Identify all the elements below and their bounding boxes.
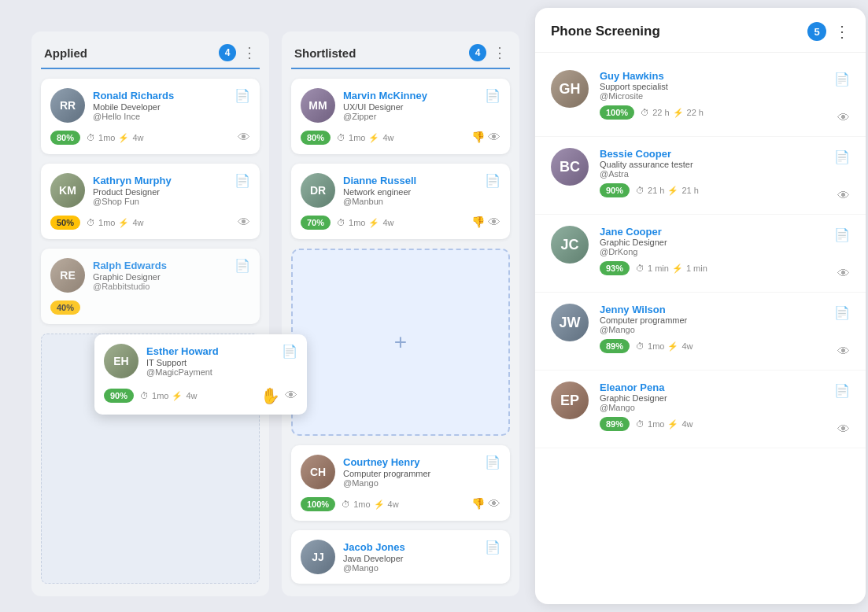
panel-item-guy[interactable]: GH Guy Hawkins Support specialist @Micro… xyxy=(535,59,866,137)
avatar-marvin: MM xyxy=(301,88,335,123)
panel-percent-bessie: 90% xyxy=(600,183,630,197)
eye-icon-dianne[interactable]: 👁 xyxy=(488,216,500,230)
name-jacob: Jacob Jones xyxy=(343,541,405,553)
panel-company-eleanor: @Mango xyxy=(600,403,823,412)
name-kathryn: Kathryn Murphy xyxy=(93,175,172,186)
thumbdown-marvin[interactable]: 👎 xyxy=(471,131,485,145)
drag-cursor-esther[interactable]: ✋ xyxy=(260,386,280,405)
column-applied: Applied 4 ⋮ RR Ronald Richards Mobile D xyxy=(31,31,269,596)
panel-name-bessie: Bessie Cooper xyxy=(600,148,823,160)
panel-doc-bessie: 📄 xyxy=(834,149,850,164)
card-courtney-henry[interactable]: CH Courtney Henry Computer programmer @M… xyxy=(291,445,510,521)
panel-eye-bessie[interactable]: 👁 xyxy=(837,189,850,203)
panel-title: Phone Screening xyxy=(551,24,660,39)
panel-doc-jane: 📄 xyxy=(834,227,850,242)
name-esther: Esther Howard xyxy=(146,345,219,357)
panel-role-guy: Support specialist xyxy=(600,82,823,91)
company-kathryn: @Shop Fun xyxy=(93,197,172,206)
panel-percent-jane: 93% xyxy=(600,261,630,275)
panel-avatar-bessie: BC xyxy=(551,148,589,186)
avatar-ralph: RE xyxy=(50,258,85,293)
add-card-shortlisted[interactable]: + xyxy=(291,249,510,436)
eye-icon-marvin[interactable]: 👁 xyxy=(488,131,500,145)
panel-company-jenny: @Mango xyxy=(600,325,823,334)
name-marvin: Marvin McKinney xyxy=(343,90,427,101)
panel-header: Phone Screening 5 ⋮ xyxy=(535,8,866,53)
panel-doc-jenny: 📄 xyxy=(834,305,850,320)
avatar-dianne: DR xyxy=(301,173,335,208)
column-header-shortlisted: Shortlisted 4 ⋮ xyxy=(291,44,510,69)
doc-icon-kathryn: 📄 xyxy=(235,173,250,188)
column-header-applied: Applied 4 ⋮ xyxy=(41,44,260,69)
panel-item-eleanor[interactable]: EP Eleanor Pena Graphic Designer @Mango … xyxy=(535,371,866,448)
card-ronald-richards[interactable]: RR Ronald Richards Mobile Developer @Hel… xyxy=(41,79,260,154)
eye-icon-ronald[interactable]: 👁 xyxy=(238,131,250,145)
avatar-ronald: RR xyxy=(50,88,85,123)
panel-role-jenny: Computer programmer xyxy=(600,315,823,325)
panel-role-bessie: Quality assurance tester xyxy=(600,160,823,169)
panel-item-jenny[interactable]: JW Jenny Wilson Computer programmer @Man… xyxy=(535,293,866,371)
panel-name-jenny: Jenny Wilson xyxy=(600,304,823,315)
card-marvin-mckinney[interactable]: MM Marvin McKinney UX/UI Designer @Zippe… xyxy=(291,79,510,154)
doc-icon-ralph: 📄 xyxy=(235,258,250,273)
column-shortlisted: Shortlisted 4 ⋮ MM Marvin McKinney UX/U xyxy=(282,31,519,596)
panel-eye-guy[interactable]: 👁 xyxy=(837,111,850,125)
role-dianne: Network engineer xyxy=(343,187,416,197)
doc-icon-courtney: 📄 xyxy=(485,455,500,470)
role-esther: IT Support xyxy=(146,358,219,367)
kanban-area: Applied 4 ⋮ RR Ronald Richards Mobile D xyxy=(0,0,535,612)
percent-marvin: 80% xyxy=(301,131,331,145)
column-count-applied: 4 xyxy=(219,44,236,61)
column-count-shortlisted: 4 xyxy=(469,44,486,61)
panel-list: GH Guy Hawkins Support specialist @Micro… xyxy=(535,53,866,604)
eye-icon-courtney[interactable]: 👁 xyxy=(488,497,500,511)
company-marvin: @Zipper xyxy=(343,112,427,121)
panel-meta-bessie: ⏱ 21 h ⚡ 21 h xyxy=(636,186,699,196)
eye-icon-kathryn[interactable]: 👁 xyxy=(238,216,250,230)
panel-doc-guy: 📄 xyxy=(834,72,850,87)
card-dianne-russell[interactable]: DR Dianne Russell Network engineer @Manb… xyxy=(291,164,510,239)
panel-eye-eleanor[interactable]: 👁 xyxy=(837,422,850,437)
thumbdown-courtney[interactable]: 👎 xyxy=(471,497,485,511)
company-jacob: @Mango xyxy=(343,563,405,573)
thumbdown-dianne[interactable]: 👎 xyxy=(471,216,485,230)
panel-eye-jenny[interactable]: 👁 xyxy=(837,345,850,359)
avatar-jacob: JJ xyxy=(301,540,335,574)
panel-company-jane: @DrKong xyxy=(600,247,823,256)
meta-ronald: ⏱ 1mo ⚡ 4w xyxy=(87,133,143,143)
company-courtney: @Mango xyxy=(343,478,430,488)
column-more-shortlisted[interactable]: ⋮ xyxy=(493,44,507,61)
column-header-right-applied: 4 ⋮ xyxy=(219,44,257,61)
floating-card-esther[interactable]: EH Esther Howard IT Support @MagicPaymen… xyxy=(94,334,307,415)
name-ronald: Ronald Richards xyxy=(93,90,174,101)
column-more-applied[interactable]: ⋮ xyxy=(242,44,257,61)
panel-meta-eleanor: ⏱ 1mo ⚡ 4w xyxy=(636,419,693,430)
panel-eye-jane[interactable]: 👁 xyxy=(837,267,850,281)
doc-icon-esther: 📄 xyxy=(282,344,297,359)
role-courtney: Computer programmer xyxy=(343,469,430,478)
panel-percent-jenny: 89% xyxy=(600,339,630,353)
eye-icon-esther[interactable]: 👁 xyxy=(285,389,297,403)
card-ralph-edwards[interactable]: RE Ralph Edwards Graphic Designer @Rabbi… xyxy=(41,249,260,324)
name-courtney: Courtney Henry xyxy=(343,456,430,468)
role-kathryn: Product Designer xyxy=(93,187,172,197)
meta-dianne: ⏱ 1mo ⚡ 4w xyxy=(337,218,393,228)
name-dianne: Dianne Russell xyxy=(343,175,416,186)
panel-item-bessie[interactable]: BC Bessie Cooper Quality assurance teste… xyxy=(535,137,866,215)
percent-ronald: 80% xyxy=(50,131,80,145)
panel-percent-guy: 100% xyxy=(600,105,634,120)
panel-avatar-jenny: JW xyxy=(551,304,589,341)
percent-dianne: 70% xyxy=(301,216,331,230)
doc-icon-ronald: 📄 xyxy=(235,88,250,103)
panel-item-jane[interactable]: JC Jane Cooper Graphic Designer @DrKong … xyxy=(535,215,866,293)
panel-more-icon[interactable]: ⋮ xyxy=(834,22,850,41)
card-kathryn-murphy[interactable]: KM Kathryn Murphy Product Designer @Shop… xyxy=(41,164,260,239)
card-jacob-jones[interactable]: JJ Jacob Jones Java Developer @Mango 📄 xyxy=(291,530,510,584)
panel-name-guy: Guy Hawkins xyxy=(600,70,823,82)
plus-icon: + xyxy=(394,330,407,355)
role-ronald: Mobile Developer xyxy=(93,102,174,112)
percent-courtney: 100% xyxy=(301,497,335,511)
meta-courtney: ⏱ 1mo ⚡ 4w xyxy=(342,500,398,510)
percent-esther: 90% xyxy=(104,389,134,403)
panel-meta-jane: ⏱ 1 min ⚡ 1 min xyxy=(636,264,707,274)
